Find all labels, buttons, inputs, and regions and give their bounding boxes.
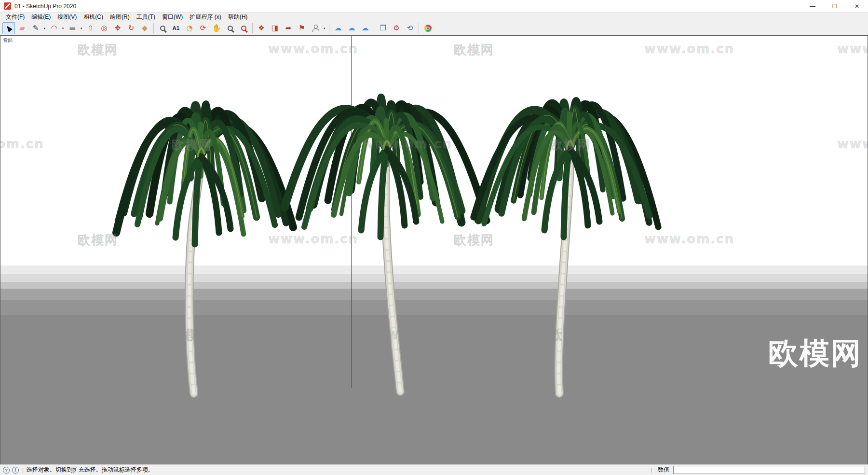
measurements-box: | 数值	[650, 466, 865, 474]
line-icon: ✎	[33, 25, 39, 32]
toolbar-separator	[153, 23, 154, 33]
banana-leaf	[386, 116, 461, 223]
banana-leaf	[201, 132, 223, 204]
rotate-tool[interactable]: ↻	[125, 22, 137, 34]
banana-leaf	[570, 126, 650, 216]
banana-leaf	[474, 118, 570, 217]
menu-item-file[interactable]: 文件(F)	[2, 13, 28, 21]
extension-settings-button[interactable]: ⚙	[390, 22, 403, 34]
push-pull-tool[interactable]: ⇧	[84, 22, 97, 34]
zoom-window-tool[interactable]	[156, 22, 169, 34]
orbit-tool[interactable]: ⟳	[197, 22, 209, 34]
style-button[interactable]: ◨	[269, 22, 281, 34]
report-icon: ⚑	[298, 25, 305, 32]
dimension-tool[interactable]: A1	[170, 22, 182, 34]
menu-item-extensions[interactable]: 扩展程序 (x)	[186, 13, 224, 21]
minimize-button[interactable]: —	[801, 0, 824, 12]
viewport-canvas[interactable]: 欧模网www.om.cn欧模网www.om.cnwww.om.cn欧模网www.…	[0, 35, 868, 464]
banana-leaf	[520, 109, 570, 195]
export-icon: ➦	[285, 25, 292, 32]
cloud-download-button[interactable]: ☁	[345, 22, 358, 34]
cloud-search-icon: ☁	[335, 25, 342, 32]
menu-item-window[interactable]: 窗口(W)	[159, 13, 186, 21]
close-button[interactable]: ✕	[846, 0, 868, 12]
dimension-icon: A1	[173, 26, 180, 31]
menu-item-view[interactable]: 视图(V)	[54, 13, 80, 21]
banana-leaf	[499, 114, 570, 209]
banana-leaf	[386, 125, 458, 217]
banana-leaf	[134, 129, 201, 214]
banana-leaf	[386, 132, 418, 214]
arc-tool-dropdown[interactable]: ▾	[61, 22, 65, 34]
magnifier-arrows-icon	[241, 26, 246, 31]
banana-leaf	[139, 125, 201, 218]
banana-leaf	[570, 109, 581, 176]
banana-leaf	[201, 123, 241, 195]
watermark-tile: www.om.cn	[268, 232, 358, 246]
zoom-extents-tool[interactable]	[237, 22, 250, 34]
banana-leaf	[386, 112, 487, 221]
send-to-layout-button[interactable]: ❖	[255, 22, 268, 34]
line-tool[interactable]: ✎	[29, 22, 42, 34]
pan-tool[interactable]: ✋	[210, 22, 223, 34]
banana-leaf	[299, 112, 386, 217]
scene-label: 背部	[3, 37, 13, 44]
banana-leaf	[570, 124, 589, 184]
watermark-tile: www.	[837, 42, 868, 56]
cloud-search-button[interactable]: ☁	[332, 22, 344, 34]
ground-band	[0, 289, 868, 300]
menu-item-draw[interactable]: 绘图(R)	[107, 13, 133, 21]
banana-leaf	[201, 104, 212, 171]
banana-leaf	[373, 109, 386, 173]
rectangle-tool[interactable]: ▬	[66, 22, 79, 34]
eraser-tool[interactable]: ▰	[16, 22, 28, 34]
status-info-icon[interactable]: i	[12, 467, 19, 474]
menu-item-camera[interactable]: 相机(C)	[80, 13, 107, 21]
banana-leaf	[359, 122, 386, 182]
paint-bucket-tool[interactable]: ◆	[138, 22, 151, 34]
banana-leaf	[195, 156, 201, 244]
banana-leaf	[201, 111, 239, 187]
extension-window-button[interactable]: ❐	[377, 22, 389, 34]
menu-item-tools[interactable]: 工具(T)	[133, 13, 159, 21]
line-tool-dropdown[interactable]: ▾	[42, 22, 47, 34]
banana-leaf	[328, 108, 386, 200]
maximize-button[interactable]: ☐	[824, 0, 846, 12]
protractor-tool[interactable]: ◔	[183, 22, 196, 34]
menu-item-help[interactable]: 帮助(H)	[225, 13, 251, 21]
offset-tool[interactable]: ◎	[98, 22, 110, 34]
paint-bucket-icon: ◆	[142, 25, 148, 32]
refresh-button[interactable]: ⟲	[404, 22, 416, 34]
ground-band	[0, 315, 868, 464]
banana-leaf	[570, 114, 603, 190]
banana-leaf	[478, 110, 570, 220]
banana-leaf	[139, 125, 201, 218]
account-button-dropdown[interactable]: ▾	[322, 22, 326, 34]
arc-tool[interactable]: ◠	[48, 22, 60, 34]
zoom-tool[interactable]	[224, 22, 236, 34]
banana-leaf	[386, 108, 459, 205]
blue-axis-line	[351, 36, 352, 388]
account-button[interactable]	[309, 22, 322, 34]
banana-leaf	[386, 115, 420, 197]
banana-leaf	[201, 114, 262, 198]
geolocation-help-icon[interactable]: ?	[3, 467, 10, 474]
banana-leaf	[314, 112, 386, 205]
cloud-upload-button[interactable]: ☁	[359, 22, 371, 34]
banana-leaf	[542, 124, 570, 198]
rectangle-icon: ▬	[69, 25, 76, 32]
move-tool[interactable]: ✥	[111, 22, 124, 34]
banana-leaf	[118, 123, 201, 221]
report-button[interactable]: ⚑	[296, 22, 308, 34]
banana-leaf	[201, 124, 286, 223]
select-tool[interactable]	[2, 22, 15, 34]
rectangle-tool-dropdown[interactable]: ▾	[79, 22, 83, 34]
export-button[interactable]: ➦	[282, 22, 295, 34]
menu-item-edit[interactable]: 编辑(E)	[28, 13, 54, 21]
banana-leaf	[570, 124, 622, 219]
banana-leaf	[514, 115, 570, 201]
measurements-input[interactable]	[673, 466, 865, 474]
sketchup-logo-icon	[4, 2, 11, 10]
protractor-icon: ◔	[186, 25, 192, 32]
browser-button[interactable]	[421, 22, 434, 34]
